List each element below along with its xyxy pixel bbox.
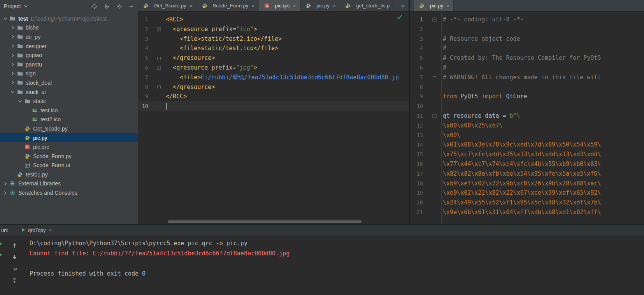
line-number[interactable]: 5 — [410, 53, 428, 63]
line-number[interactable]: 2 — [138, 24, 154, 34]
fold-end-icon[interactable] — [154, 82, 164, 92]
code-line-6[interactable]: 6 <qresource prefix="jpg"> — [138, 63, 409, 73]
line-number[interactable]: 4 — [410, 44, 428, 53]
py-editor[interactable]: 1# -*- coding: utf-8 -*-23# Resource obj… — [410, 12, 644, 224]
chevron-right-icon[interactable] — [2, 191, 9, 195]
line-number[interactable]: 3 — [410, 34, 428, 44]
chevron-right-icon[interactable] — [9, 35, 16, 39]
settings-gear-icon[interactable] — [116, 3, 122, 9]
line-number[interactable]: 21 — [410, 208, 428, 217]
code-line-20[interactable]: 20\x24\x49\x55\x52\xf1\x95\x5c\x48\x32\x… — [410, 198, 644, 208]
line-number[interactable]: 17 — [410, 169, 428, 179]
code-line-21[interactable]: 21\x9e\x6b\x61\x31\x04\xff\xdb\xb8\xd1\x… — [410, 208, 644, 217]
down-arrow-icon[interactable] — [11, 253, 18, 260]
code-line-9[interactable]: 9</RCC> — [138, 92, 409, 101]
chevron-right-icon[interactable] — [9, 62, 16, 66]
line-number[interactable]: 13 — [410, 131, 428, 140]
tree-item-scratches-and-consoles[interactable]: Scratches and Consoles — [0, 188, 138, 197]
code-line-17[interactable]: 17\x82\x82\x8a\xfb\xbe\x54\x95\xfe\x5a\x… — [410, 169, 644, 179]
chevron-down-icon[interactable] — [24, 3, 28, 9]
line-number[interactable]: 8 — [138, 82, 154, 92]
line-number[interactable]: 14 — [410, 140, 428, 150]
code-line-2[interactable]: 2 <qresource prefix="ico"> — [138, 24, 409, 34]
run-tab-qrctopy[interactable]: qrcTopy × — [18, 225, 55, 236]
code-line-19[interactable]: 19\xe0\x02\x22\x82\x22\x67\xce\x39\xef\x… — [410, 188, 644, 198]
tree-item-pic-qrc[interactable]: pic.qrc — [0, 142, 138, 152]
line-number[interactable]: 10 — [138, 101, 154, 111]
tree-item-panstu[interactable]: panstu — [0, 60, 138, 69]
view-options-icon[interactable] — [104, 3, 110, 9]
line-number[interactable]: 1 — [138, 15, 154, 24]
tab-scode-form-py[interactable]: Scode_Form.py× — [197, 0, 259, 11]
tab-get-stock-lis-p[interactable]: get_stock_lis.p — [340, 0, 394, 11]
code-line-11[interactable]: 11qt_resource_data = b"\ — [410, 111, 644, 121]
tree-item-test[interactable]: testD:\coding\PycharmProjects\test — [0, 14, 138, 23]
close-icon[interactable]: × — [333, 3, 336, 9]
close-icon[interactable]: × — [293, 3, 296, 9]
chevron-right-icon[interactable] — [9, 53, 16, 58]
line-number[interactable]: 9 — [410, 92, 428, 101]
chevron-down-icon[interactable] — [9, 90, 16, 94]
line-number[interactable]: 7 — [410, 73, 428, 82]
project-tool-title[interactable]: Project — [4, 3, 21, 9]
tree-item-test-ico[interactable]: test.ico — [0, 106, 138, 115]
chevron-right-icon[interactable] — [9, 44, 16, 48]
fold-start-icon[interactable] — [154, 24, 164, 34]
code-line-3[interactable]: 3# Resource object code — [410, 34, 644, 44]
up-arrow-icon[interactable] — [11, 242, 18, 249]
fold-end-icon[interactable] — [154, 53, 164, 63]
close-icon[interactable]: × — [49, 227, 52, 233]
fold-start-icon[interactable] — [428, 111, 441, 121]
tab-get-scode-py[interactable]: Get_Scode.py× — [138, 0, 197, 11]
code-line-8[interactable]: 8 — [410, 82, 644, 92]
tree-item-scode-form-ui[interactable]: Scode_Form.ui — [0, 161, 138, 170]
code-line-2[interactable]: 2 — [410, 24, 644, 34]
code-line-12[interactable]: 12\x00\x00\x25\xb7\ — [410, 121, 644, 131]
line-number[interactable]: 19 — [410, 188, 428, 198]
hide-panel-icon[interactable] — [129, 4, 134, 9]
chevron-right-icon[interactable] — [2, 182, 9, 186]
fold-end-icon[interactable] — [428, 73, 441, 82]
code-line-9[interactable]: 9from PyQt5 import QtCore — [410, 92, 644, 101]
locate-file-icon[interactable] — [91, 3, 97, 9]
close-icon[interactable]: × — [251, 3, 254, 9]
line-number[interactable]: 6 — [410, 63, 428, 73]
scroll-to-end-icon[interactable] — [11, 277, 18, 284]
tree-item-designer[interactable]: designer — [0, 42, 138, 51]
line-number[interactable]: 9 — [138, 92, 154, 101]
chevron-down-icon[interactable] — [2, 16, 9, 21]
code-line-5[interactable]: 5# Created by: The Resource Compiler for… — [410, 53, 644, 63]
code-line-4[interactable]: 4 <file>static/test.ico</file> — [138, 44, 409, 53]
fold-start-icon[interactable] — [428, 15, 441, 24]
close-icon[interactable]: × — [446, 3, 449, 9]
tree-item-bishe[interactable]: bishe — [0, 23, 138, 33]
code-line-10[interactable]: 10 — [410, 101, 644, 111]
code-line-10[interactable]: 10 — [138, 101, 409, 111]
console-output[interactable]: D:\coding\Python\Python37\Scripts\pyrcc5… — [24, 236, 644, 295]
code-line-7[interactable]: 7 <file>E:/rubbi/壁纸/fea251a4c13c51dbe3cd… — [138, 73, 409, 82]
fold-start-icon[interactable] — [154, 63, 164, 73]
close-icon[interactable]: × — [189, 3, 192, 9]
line-number[interactable]: 8 — [410, 82, 428, 92]
chevron-right-icon[interactable] — [9, 26, 16, 30]
chevron-down-icon[interactable] — [16, 99, 23, 103]
code-line-4[interactable]: 4# — [410, 44, 644, 53]
hidden-tabs-chevron-icon[interactable] — [397, 0, 409, 11]
tree-item-pic-py[interactable]: pic.py — [0, 133, 138, 143]
soft-wrap-icon[interactable] — [11, 266, 18, 273]
tree-item-get-scode-py[interactable]: Get_Scode.py — [0, 124, 138, 133]
tree-item-test2-ico[interactable]: test2.ico — [0, 115, 138, 124]
tab-pic-qrc[interactable]: pic.qrc× — [259, 0, 300, 11]
tree-item-scode-form-py[interactable]: Scode_Form.py — [0, 152, 138, 161]
line-number[interactable]: 4 — [138, 44, 154, 53]
chevron-right-icon[interactable] — [9, 80, 16, 85]
horizontal-scrollbar[interactable] — [168, 220, 361, 223]
line-number[interactable]: 5 — [138, 53, 154, 63]
code-line-18[interactable]: 18\xb9\xef\x02\x22\x9b\xc8\x26\x9b\x28\x… — [410, 179, 644, 189]
tree-item-sign[interactable]: sign — [0, 69, 138, 79]
inspection-ok-icon[interactable] — [397, 14, 402, 21]
tree-item-test01-py[interactable]: test01.py — [0, 170, 138, 179]
code-line-1[interactable]: 1<RCC> — [138, 15, 409, 24]
code-line-3[interactable]: 3 <file>static/test2.ico</file> — [138, 34, 409, 44]
line-number[interactable]: 1 — [410, 15, 428, 24]
